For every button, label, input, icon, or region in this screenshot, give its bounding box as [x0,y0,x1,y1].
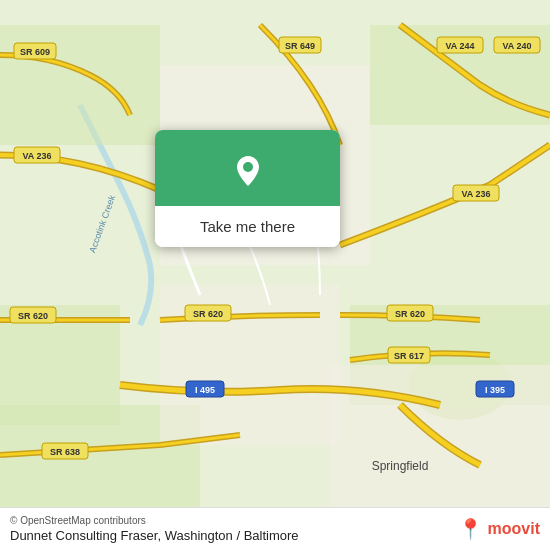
svg-text:SR 638: SR 638 [50,447,80,457]
moovit-logo: 📍 moovit [458,517,540,541]
take-me-there-button[interactable]: Take me there [155,206,340,247]
svg-text:SR 620: SR 620 [18,311,48,321]
svg-text:I 495: I 495 [195,385,215,395]
popup-icon-area [155,130,340,206]
svg-text:VA 244: VA 244 [445,41,474,51]
svg-text:SR 620: SR 620 [395,309,425,319]
location-name: Dunnet Consulting Fraser, Washington / B… [10,528,299,543]
svg-text:SR 617: SR 617 [394,351,424,361]
bottom-left: © OpenStreetMap contributors Dunnet Cons… [10,515,299,543]
svg-text:SR 649: SR 649 [285,41,315,51]
svg-text:SR 620: SR 620 [193,309,223,319]
location-pin-icon [226,148,270,192]
svg-text:VA 240: VA 240 [502,41,531,51]
svg-text:I 395: I 395 [485,385,505,395]
svg-text:SR 609: SR 609 [20,47,50,57]
osm-attribution: © OpenStreetMap contributors [10,515,299,526]
svg-text:VA 236: VA 236 [22,151,51,161]
svg-point-39 [243,162,253,172]
bottom-bar: © OpenStreetMap contributors Dunnet Cons… [0,507,550,550]
svg-text:Springfield: Springfield [372,459,429,473]
map-container: SR 609 VA 236 SR 649 VA 244 VA 240 VA 23… [0,0,550,550]
moovit-text: moovit [488,520,540,538]
svg-text:VA 236: VA 236 [461,189,490,199]
moovit-pin-icon: 📍 [458,517,483,541]
map-background: SR 609 VA 236 SR 649 VA 244 VA 240 VA 23… [0,0,550,550]
popup-card: Take me there [155,130,340,247]
